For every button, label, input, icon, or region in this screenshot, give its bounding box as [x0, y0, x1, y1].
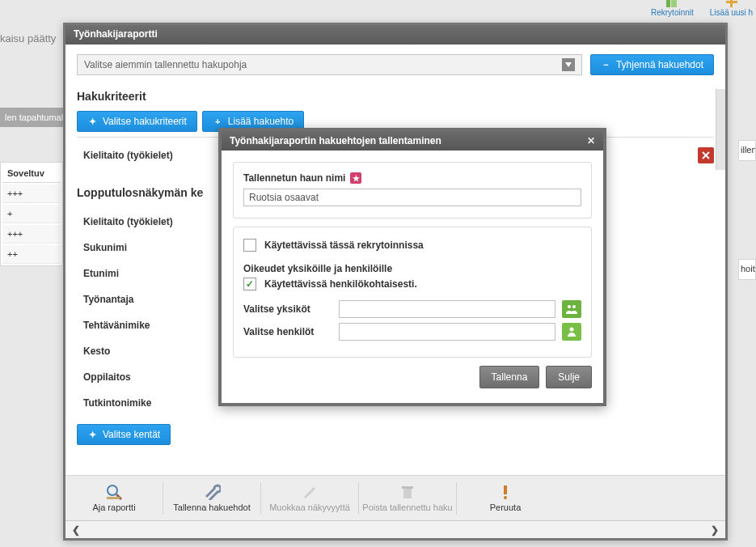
nav-add-new-label: Lisää uusi h — [710, 8, 753, 17]
btn-label: Tallenna — [492, 371, 528, 383]
app-top-strip: Rekrytoinnit Lisää uusi h — [651, 0, 756, 19]
save-conditions-button[interactable]: Tallenna hakuehdot — [163, 484, 260, 512]
toolbar-label: Tallenna hakuehdot — [173, 502, 250, 512]
svg-rect-5 — [107, 497, 120, 499]
criteria-heading: Hakukriteerit — [77, 90, 714, 103]
svg-point-10 — [568, 305, 571, 308]
gear-icon: ✦ — [87, 117, 98, 127]
bg-table-header: Soveltuv — [2, 164, 61, 183]
choose-units-button[interactable] — [562, 300, 581, 318]
scroll-track[interactable] — [85, 525, 706, 535]
minus-icon: − — [601, 60, 611, 70]
save-conditions-dialog: Työnhakijaraportin hakuehtojen tallentam… — [218, 128, 606, 406]
table-row[interactable]: +++ — [2, 225, 61, 244]
criteria-item-label: Kielitaito (työkielet) — [83, 150, 173, 161]
svg-rect-7 — [402, 486, 413, 489]
rights-heading: Oikeudet yksiköille ja henkilöille — [243, 263, 581, 274]
svg-point-9 — [504, 496, 507, 499]
btn-label: Valitse kentät — [103, 429, 160, 440]
svg-point-4 — [108, 486, 117, 495]
horizontal-scrollbar[interactable]: ❮ ❯ — [65, 520, 725, 538]
name-field-label: Tallennetun haun nimi ★ — [243, 172, 361, 184]
pencil-icon — [301, 484, 319, 500]
use-in-recruitment-checkbox[interactable] — [243, 239, 256, 252]
person-icon — [567, 327, 577, 337]
toolbar-label: Poista tallennettu haku — [362, 502, 452, 512]
svg-point-12 — [570, 328, 574, 332]
nav-recruitments-label: Rekrytoinnit — [651, 8, 694, 17]
nav-add-new[interactable]: Lisää uusi h — [710, 0, 753, 17]
svg-point-11 — [572, 305, 576, 308]
choose-units-label: Valitse yksiköt — [243, 303, 332, 315]
vertical-scrollbar[interactable] — [716, 89, 725, 170]
personal-use-checkbox[interactable] — [243, 278, 256, 290]
choose-units-input[interactable] — [339, 300, 555, 318]
bg-right-sliver-2: hoitaj — [738, 259, 756, 280]
toolbar-label: Peruuta — [490, 502, 522, 512]
save-dialog-title: Työnhakijaraportin hakuehtojen tallentam… — [230, 135, 441, 146]
gear-icon: ✦ — [87, 430, 98, 440]
table-row[interactable]: + — [2, 205, 61, 223]
magnifier-icon — [105, 484, 123, 500]
saved-search-placeholder: Valitse aiemmin tallennettu hakupohja — [84, 59, 247, 70]
saved-search-name-input[interactable] — [243, 189, 581, 206]
choose-people-input[interactable] — [339, 323, 555, 341]
plus-icon — [726, 0, 737, 7]
wrench-icon — [203, 484, 221, 500]
label-text: Tallennetun haun nimi — [243, 172, 345, 184]
close-icon[interactable]: ✕ — [584, 134, 598, 148]
edit-visibility-button: Muokkaa näkyvyyttä — [261, 484, 358, 512]
clear-conditions-button[interactable]: − Tyhjennä hakuehdot — [590, 54, 714, 75]
btn-label: Valitse hakukriteerit — [103, 116, 187, 127]
save-button[interactable]: Tallenna — [479, 366, 540, 388]
nav-recruitments[interactable]: Rekrytoinnit — [651, 0, 694, 17]
checkbox-label: Käytettävissä tässä rekrytoinnissa — [264, 240, 424, 251]
cancel-button[interactable]: Peruuta — [457, 484, 554, 512]
choose-people-button[interactable] — [562, 323, 581, 341]
warning-icon — [500, 484, 510, 500]
btn-label: Tyhjennä hakuehdot — [616, 59, 703, 70]
run-report-button[interactable]: Aja raportti — [65, 484, 163, 512]
table-row[interactable]: +++ — [2, 184, 61, 203]
chevron-down-icon — [562, 58, 575, 71]
bg-tab[interactable]: len tapahtumal — [0, 108, 68, 127]
btn-label: Lisää hakuehto — [228, 116, 294, 127]
required-icon: ★ — [350, 172, 361, 184]
bg-table: Soveltuv +++ + +++ ++ — [0, 162, 63, 266]
dialog-toolbar: Aja raportti Tallenna hakuehdot Muokkaa … — [65, 475, 725, 520]
toolbar-label: Muokkaa näkyvyyttä — [269, 502, 350, 512]
choose-criteria-button[interactable]: ✦ Valitse hakukriteerit — [77, 111, 197, 132]
scroll-left-icon[interactable]: ❮ — [67, 523, 85, 537]
svg-rect-6 — [403, 488, 412, 498]
choose-people-label: Valitse henkilöt — [243, 326, 332, 337]
x-icon — [702, 151, 710, 159]
report-dialog-title: Työnhakijaraportti — [65, 25, 725, 45]
bg-right-sliver: illen — [738, 140, 756, 161]
svg-rect-8 — [504, 486, 507, 494]
people-icon — [566, 304, 577, 314]
building-icon — [665, 0, 678, 7]
delete-criteria-button[interactable] — [698, 147, 714, 163]
btn-label: Sulje — [558, 371, 580, 383]
table-row[interactable]: ++ — [2, 245, 61, 264]
checkbox-label: Käytettävissä henkilökohtaisesti. — [264, 278, 417, 290]
saved-search-select[interactable]: Valitse aiemmin tallennettu hakupohja — [77, 54, 582, 75]
svg-rect-3 — [726, 1, 737, 3]
delete-saved-button: Poista tallennettu haku — [359, 484, 456, 512]
svg-rect-1 — [671, 0, 677, 7]
trash-icon — [399, 484, 416, 500]
plus-icon: + — [213, 117, 223, 127]
bg-partial-heading: kaisu päätty — [0, 32, 56, 45]
choose-fields-button[interactable]: ✦ Valitse kentät — [77, 424, 171, 445]
svg-rect-0 — [666, 0, 670, 7]
close-button[interactable]: Sulje — [546, 366, 592, 388]
toolbar-label: Aja raportti — [92, 502, 135, 512]
scroll-right-icon[interactable]: ❯ — [706, 523, 724, 537]
